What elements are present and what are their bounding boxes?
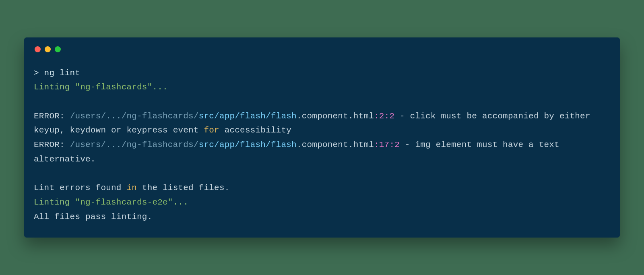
dot: .: [348, 140, 353, 149]
ext: html: [353, 140, 374, 149]
error-col: 2: [389, 112, 394, 121]
summary-text: the listed files.: [137, 183, 229, 192]
colon: :: [374, 140, 379, 149]
dash: -: [394, 112, 410, 121]
error-path: src/app/flash/flash: [199, 140, 297, 149]
ext: html: [353, 112, 374, 121]
component-word: component: [302, 112, 348, 121]
error-path: src/app/flash/flash: [199, 112, 297, 121]
dot: .: [297, 140, 302, 149]
linting-label: Linting: [34, 198, 75, 207]
error-label: ERROR:: [34, 112, 70, 121]
colon: :: [389, 140, 394, 149]
prompt: >: [34, 68, 44, 78]
keyword-for: for: [204, 126, 219, 135]
error-path-dim: /users/.../ng-flashcards/: [70, 112, 199, 121]
blank-line: [34, 95, 611, 109]
dot: .: [297, 112, 302, 121]
component-word: component: [302, 140, 348, 149]
close-icon[interactable]: [35, 46, 41, 52]
error-line: 17: [379, 140, 390, 149]
linting-suffix: ...: [173, 198, 188, 207]
zoom-icon[interactable]: [55, 46, 61, 52]
blank-line: [34, 167, 611, 181]
dash: -: [400, 140, 415, 149]
error-label: ERROR:: [34, 140, 70, 149]
summary-text: Lint errors found: [34, 183, 126, 192]
project-name: "ng-flashcards-e2e": [75, 198, 173, 207]
error-col: 2: [394, 140, 400, 149]
stage: > ng lint Linting "ng-flashcards"... ERR…: [0, 0, 644, 275]
error-message: accessibility: [219, 126, 291, 135]
linting-suffix: ...: [152, 83, 167, 92]
project-name: "ng-flashcards": [75, 83, 152, 92]
error-line: 2: [379, 112, 384, 121]
pass-message: All files pass linting.: [34, 212, 152, 221]
colon: :: [384, 112, 390, 121]
linting-label: Linting: [34, 83, 75, 92]
error-path-dim: /users/.../ng-flashcards/: [70, 140, 199, 149]
terminal-output: > ng lint Linting "ng-flashcards"... ERR…: [34, 66, 611, 224]
command-text: ng lint: [44, 68, 80, 78]
keyword-in: in: [126, 183, 137, 192]
colon: :: [374, 112, 379, 121]
dot: .: [348, 112, 353, 121]
terminal-window: > ng lint Linting "ng-flashcards"... ERR…: [24, 37, 620, 238]
window-controls: [34, 45, 611, 66]
minimize-icon[interactable]: [45, 46, 51, 52]
